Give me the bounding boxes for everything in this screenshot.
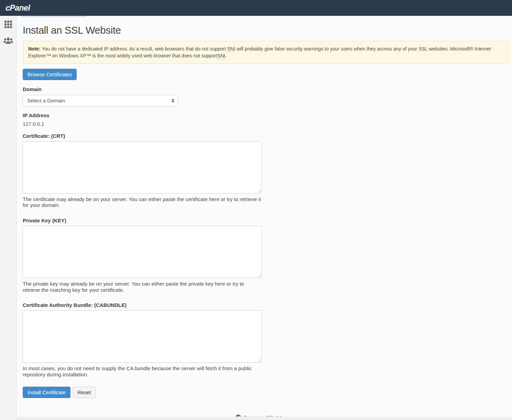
sni-abbr: SNI xyxy=(227,46,235,52)
active-tab-remnant xyxy=(21,16,86,17)
footer-strip xyxy=(17,417,512,420)
reset-button[interactable]: Reset xyxy=(73,387,96,398)
domain-label: Domain xyxy=(23,86,510,92)
browse-certificates-button[interactable]: Browse Certificates xyxy=(23,69,77,80)
tab-divider xyxy=(86,16,86,18)
note-text: You do not have a dedicated IP address. … xyxy=(42,46,226,52)
install-certificate-button[interactable]: Install Certificate xyxy=(23,387,70,398)
ip-address-label: IP Address xyxy=(23,112,510,118)
cabundle-textarea[interactable] xyxy=(23,310,262,363)
left-sidebar xyxy=(0,16,17,420)
select-stepper-icon xyxy=(172,99,174,103)
certificate-textarea[interactable] xyxy=(23,141,262,194)
note-text: . xyxy=(226,53,227,58)
users-icon[interactable] xyxy=(3,36,13,47)
apps-grid-icon[interactable] xyxy=(4,21,12,28)
sni-abbr: SNI xyxy=(217,53,225,59)
certificate-help-text: The certificate may already be on your s… xyxy=(23,196,262,208)
sni-warning-note: Note: You do not have a dedicated IP add… xyxy=(23,41,509,64)
main-content: Install an SSL Website Note: You do not … xyxy=(17,17,512,420)
private-key-help-text: The private key may already be on your s… xyxy=(23,281,262,293)
tab-divider xyxy=(181,16,181,18)
cabundle-help-text: In most cases, you do not need to supply… xyxy=(23,365,262,377)
domain-select-value: Select a Domain xyxy=(27,98,65,103)
ip-address-value: 127.0.0.1 xyxy=(23,121,510,127)
cpanel-logo: cPanel xyxy=(6,3,30,13)
note-label: Note: xyxy=(28,46,41,52)
certificate-label: Certificate: (CRT) xyxy=(23,133,510,139)
tab-strip xyxy=(0,16,512,18)
domain-select[interactable]: Select a Domain xyxy=(23,95,178,107)
page-title: Install an SSL Website xyxy=(23,25,510,36)
private-key-label: Private Key (KEY) xyxy=(23,218,510,223)
cabundle-label: Certificate Authority Bundle: (CABUNDLE) xyxy=(23,302,510,308)
private-key-textarea[interactable] xyxy=(23,226,262,278)
top-navbar: cPanel xyxy=(0,0,512,16)
tab-divider xyxy=(115,16,115,18)
